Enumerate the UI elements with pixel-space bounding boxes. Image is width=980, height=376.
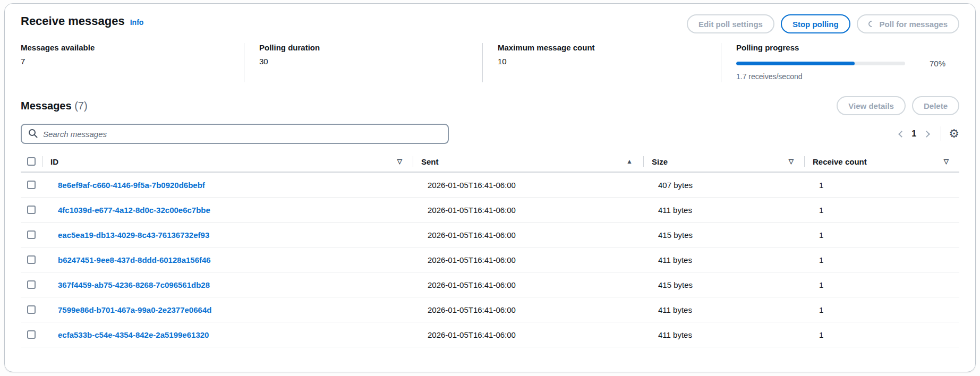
- sent-cell: 2026-01-05T16:41-06:00: [413, 280, 643, 289]
- column-header-size[interactable]: Size▽: [643, 151, 804, 172]
- table-row: 7599e86d-b701-467a-99a0-2e2377e0664d 202…: [21, 297, 959, 322]
- preferences-gear-icon[interactable]: ⚙: [949, 128, 959, 140]
- stat-polling-progress: Polling progress 70% 1.7 receives/second: [721, 43, 959, 82]
- size-cell: 411 bytes: [643, 305, 804, 314]
- row-checkbox[interactable]: [27, 181, 36, 189]
- sort-descending-icon[interactable]: ▽: [789, 158, 794, 165]
- progress-percent: 70%: [930, 59, 949, 68]
- table-row: eac5ea19-db13-4029-8c43-76136732ef93 202…: [21, 223, 959, 247]
- stat-label: Polling duration: [259, 43, 472, 52]
- delete-label: Delete: [924, 101, 948, 110]
- table-row: ecfa533b-c54e-4354-842e-2a5199e61320 202…: [21, 322, 959, 347]
- message-id-link[interactable]: 8e6ef9af-c660-4146-9f5a-7b0920d6bebf: [58, 181, 205, 190]
- previous-page-button[interactable]: [892, 126, 908, 142]
- sent-cell: 2026-01-05T16:41-06:00: [413, 206, 643, 215]
- column-label: Sent: [421, 157, 439, 166]
- edit-poll-settings-label: Edit poll settings: [698, 20, 763, 29]
- sort-descending-icon[interactable]: ▽: [397, 158, 402, 165]
- messages-count: (7): [74, 100, 87, 112]
- pagination: 1 ⚙: [892, 126, 959, 142]
- stat-polling-duration: Polling duration 30: [244, 43, 482, 82]
- stop-polling-button[interactable]: Stop polling: [781, 14, 850, 33]
- size-cell: 411 bytes: [643, 206, 804, 215]
- table-row: 4fc1039d-e677-4a12-8d0c-32c00e6c7bbe 202…: [21, 198, 959, 223]
- sent-cell: 2026-01-05T16:41-06:00: [413, 330, 643, 339]
- page-title: Receive messages: [21, 14, 125, 28]
- progress-bar-fill: [736, 62, 855, 65]
- receive-messages-panel: Receive messages Info Edit poll settings…: [4, 3, 976, 372]
- receive-count-cell: 1: [804, 330, 959, 339]
- edit-poll-settings-button[interactable]: Edit poll settings: [687, 14, 774, 33]
- row-checkbox[interactable]: [27, 255, 36, 264]
- search-icon: [28, 128, 38, 141]
- column-label: Receive count: [813, 157, 867, 166]
- polling-progress-label: Polling progress: [736, 43, 949, 52]
- stat-label: Maximum message count: [498, 43, 710, 52]
- row-checkbox[interactable]: [27, 206, 36, 214]
- messages-section-header: Messages (7) View details Delete: [21, 96, 959, 115]
- stop-polling-label: Stop polling: [792, 20, 839, 29]
- receive-count-cell: 1: [804, 230, 959, 240]
- table-row: 367f4459-ab75-4236-8268-7c096561db28 202…: [21, 272, 959, 297]
- chevron-left-icon: [898, 131, 905, 138]
- delete-button[interactable]: Delete: [912, 96, 959, 115]
- messages-title-text: Messages: [21, 100, 72, 112]
- message-id-link[interactable]: ecfa533b-c54e-4354-842e-2a5199e61320: [58, 330, 209, 339]
- sent-cell: 2026-01-05T16:41-06:00: [413, 305, 643, 314]
- sort-ascending-icon[interactable]: ▲: [626, 158, 633, 165]
- message-id-link[interactable]: 367f4459-ab75-4236-8268-7c096561db28: [58, 280, 210, 289]
- sent-cell: 2026-01-05T16:41-06:00: [413, 255, 643, 264]
- select-all-checkbox[interactable]: [27, 157, 36, 166]
- receive-count-cell: 1: [804, 181, 959, 190]
- row-checkbox[interactable]: [27, 230, 36, 239]
- row-checkbox[interactable]: [27, 330, 36, 339]
- stat-value: 30: [259, 57, 472, 66]
- receive-count-cell: 1: [804, 255, 959, 264]
- chevron-right-icon: [923, 131, 930, 138]
- next-page-button[interactable]: [919, 126, 935, 142]
- view-details-button[interactable]: View details: [837, 96, 906, 115]
- polling-stats-row: Messages available 7 Polling duration 30…: [21, 43, 959, 82]
- table-row: b6247451-9ee8-437d-8ddd-60128a156f46 202…: [21, 247, 959, 272]
- panel-header: Receive messages Info Edit poll settings…: [21, 14, 959, 33]
- column-label: Size: [652, 157, 668, 166]
- stat-value: 7: [21, 57, 233, 66]
- message-id-link[interactable]: 7599e86d-b701-467a-99a0-2e2377e0664d: [58, 305, 211, 314]
- stat-value: 10: [498, 57, 710, 66]
- progress-rate: 1.7 receives/second: [736, 72, 949, 81]
- message-id-link[interactable]: b6247451-9ee8-437d-8ddd-60128a156f46: [58, 255, 211, 264]
- row-checkbox[interactable]: [27, 305, 36, 314]
- receive-count-cell: 1: [804, 305, 959, 314]
- size-cell: 411 bytes: [643, 255, 804, 264]
- column-header-sent[interactable]: Sent▲: [413, 151, 643, 172]
- table-row: 8e6ef9af-c660-4146-9f5a-7b0920d6bebf 202…: [21, 173, 959, 198]
- poll-for-messages-button[interactable]: Poll for messages: [857, 14, 959, 33]
- row-checkbox[interactable]: [27, 280, 36, 289]
- table-body: 8e6ef9af-c660-4146-9f5a-7b0920d6bebf 202…: [21, 173, 959, 347]
- info-link[interactable]: Info: [130, 18, 144, 27]
- sent-cell: 2026-01-05T16:41-06:00: [413, 181, 643, 190]
- size-cell: 415 bytes: [643, 280, 804, 289]
- column-label: ID: [50, 157, 58, 166]
- size-cell: 415 bytes: [643, 230, 804, 240]
- message-id-link[interactable]: 4fc1039d-e677-4a12-8d0c-32c00e6c7bbe: [58, 206, 210, 215]
- stat-maximum-message-count: Maximum message count 10: [482, 43, 721, 82]
- message-id-link[interactable]: eac5ea19-db13-4029-8c43-76136732ef93: [58, 230, 209, 240]
- size-cell: 411 bytes: [643, 330, 804, 339]
- sort-descending-icon[interactable]: ▽: [944, 158, 949, 165]
- stat-label: Messages available: [21, 43, 233, 52]
- search-input[interactable]: [21, 124, 449, 144]
- receive-count-cell: 1: [804, 206, 959, 215]
- poll-for-messages-label: Poll for messages: [880, 20, 948, 29]
- table-toolbar: 1 ⚙: [21, 124, 959, 144]
- messages-table: ID▽Sent▲Size▽Receive count▽ 8e6ef9af-c66…: [21, 151, 959, 347]
- column-header-receive_count[interactable]: Receive count▽: [804, 151, 959, 172]
- toolbar-divider: [941, 126, 941, 141]
- spinner-icon: [867, 20, 876, 29]
- view-details-label: View details: [848, 101, 894, 110]
- column-header-id[interactable]: ID▽: [42, 151, 413, 172]
- table-header-row: ID▽Sent▲Size▽Receive count▽: [21, 151, 959, 173]
- current-page[interactable]: 1: [908, 129, 919, 139]
- size-cell: 407 bytes: [643, 181, 804, 190]
- header-actions: Edit poll settings Stop polling Poll for…: [687, 14, 959, 33]
